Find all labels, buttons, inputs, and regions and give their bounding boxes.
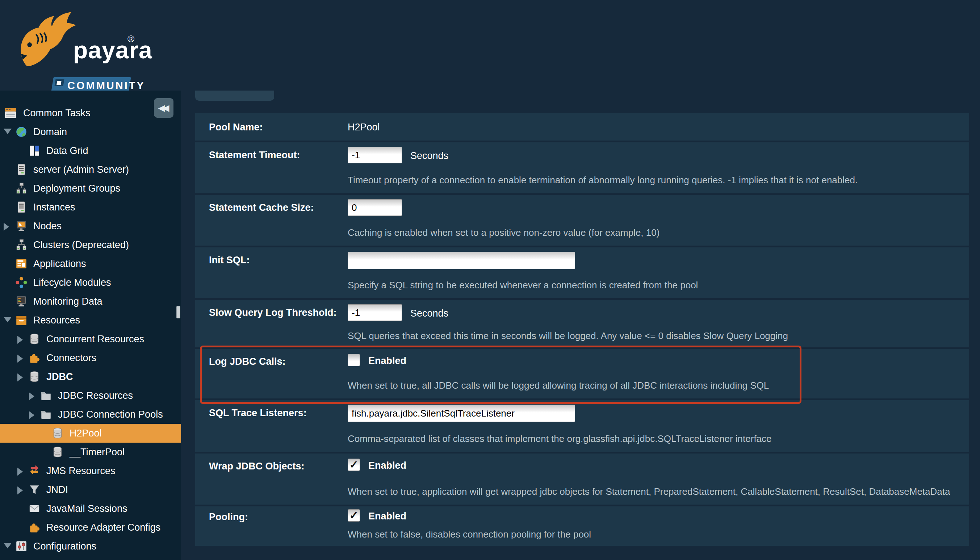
sidebar-item-server-admin-server[interactable]: server (Admin Server) [0,160,181,179]
tasks-icon [4,107,17,119]
sidebar-item-clusters-deprecated[interactable]: Clusters (Deprecated) [0,235,181,254]
expander-closed-icon[interactable] [17,336,23,344]
sidebar-item-concurrent-resources[interactable]: Concurrent Resources [0,330,181,348]
sidebar-item-data-grid[interactable]: Data Grid [0,141,181,160]
expander-closed-icon[interactable] [3,223,9,231]
field-label: Init SQL: [209,255,250,266]
sidebar-item-label: Instances [33,198,75,217]
sidebar-item-jdbc[interactable]: JDBC [0,367,181,386]
server-icon [15,201,28,213]
sidebar-item-resource-adapter-configs[interactable]: Resource Adapter Configs [0,518,181,537]
field-label: Pooling: [209,512,248,523]
field-row-statement-cache-size: Statement Cache Size: Caching is enabled… [195,195,969,246]
pooling-checkbox[interactable]: ✓ [348,509,360,522]
sidebar-item-instances[interactable]: Instances [0,198,181,217]
sidebar-item-configurations[interactable]: Configurations [0,537,181,556]
slow-query-log-threshold-input[interactable] [348,304,402,321]
brand-wordmark: payara [73,36,153,64]
field-row-sql-trace-listeners: SQL Trace Listeners: Comma-separated lis… [195,400,969,452]
expander-closed-icon[interactable] [29,392,34,400]
field-description: When set to true, application will get w… [348,486,950,497]
box-icon [15,314,28,327]
sidebar-item-timerpool[interactable]: __TimerPool [0,443,181,462]
sidebar-item-jdbc-resources[interactable]: JDBC Resources [0,386,181,405]
puzzle-icon [28,521,41,533]
database-icon [28,333,41,345]
enabled-label: Enabled [368,355,406,367]
grid-icon [28,145,41,157]
sidebar-item-lifecycle-modules[interactable]: Lifecycle Modules [0,273,181,292]
top-header-bar: payara ® COMMUNITY [0,0,980,90]
tree-icon [15,239,28,251]
sidebar-item-label: Concurrent Resources [47,330,144,348]
content-area: Pool Name: H2Pool Statement Timeout: Sec… [181,90,980,560]
field-label: Wrap JDBC Objects: [209,461,304,472]
app-window-icon [15,258,28,270]
field-row-log-jdbc-calls: Log JDBC Calls: Enabled When set to true… [195,349,969,398]
sidebar-item-applications[interactable]: Applications [0,254,181,273]
expander-closed-icon[interactable] [17,355,23,363]
wrap-jdbc-objects-checkbox[interactable]: ✓ [348,458,360,471]
expander-closed-icon[interactable] [17,373,23,382]
expander-open-icon[interactable] [3,543,12,548]
sidebar-item-h2pool[interactable]: H2Pool [0,424,181,443]
field-label: Statement Timeout: [209,150,300,161]
database-icon [52,427,64,439]
sidebar-item-label: JDBC Connection Pools [58,405,163,424]
seconds-suffix: Seconds [410,150,448,162]
sidebar-item-label: Clusters (Deprecated) [33,235,129,254]
sidebar-item-jdbc-connection-pools[interactable]: JDBC Connection Pools [0,405,181,424]
field-description: Specify a SQL string to be executed when… [348,280,698,291]
sidebar-item-label: Monitoring Data [33,292,103,311]
sidebar-item-label: Data Grid [47,141,88,160]
sidebar-item-nodes[interactable]: Nodes [0,217,181,235]
sidebar-item-deployment-groups[interactable]: Deployment Groups [0,179,181,198]
tab-stub[interactable] [195,90,274,101]
statement-timeout-input[interactable] [348,147,402,163]
sidebar-item-label: JDBC Resources [58,386,133,405]
sidebar-item-connectors[interactable]: Connectors [0,348,181,367]
field-row-init-sql: Init SQL: Specify a SQL string to be exe… [195,247,969,298]
database-icon [28,370,41,383]
expander-closed-icon[interactable] [29,411,34,419]
pool-name-value: H2Pool [348,122,380,133]
log-jdbc-calls-checkbox[interactable] [348,354,360,366]
sidebar-item-label: JDBC [47,367,73,386]
sql-trace-listeners-input[interactable] [348,405,575,422]
monitor-orange-icon [15,220,28,232]
enabled-label: Enabled [368,460,406,471]
expander-open-icon[interactable] [3,128,12,134]
enabled-label: Enabled [368,511,406,522]
expander-open-icon[interactable] [3,317,12,322]
expander-closed-icon[interactable] [17,487,23,495]
expander-closed-icon[interactable] [17,468,23,476]
field-description: When set to true, all JDBC calls will be… [348,380,769,391]
sidebar-item-javamail-sessions[interactable]: JavaMail Sessions [0,499,181,518]
sidebar-item-label: Deployment Groups [33,179,120,198]
sidebar-item-label: JNDI [47,480,68,499]
field-description: Timeout property of a connection to enab… [348,175,858,186]
sliders-icon [15,540,28,552]
navigation-sidebar: ◀◀ Common TasksDomainData Gridserver (Ad… [0,90,181,560]
init-sql-input[interactable] [348,252,575,269]
lifecycle-icon [15,277,28,289]
sidebar-item-monitoring-data[interactable]: Monitoring Data [0,292,181,311]
statement-cache-size-input[interactable] [348,199,402,216]
sidebar-item-jndi[interactable]: JNDI [0,480,181,499]
sidebar-item-jms-resources[interactable]: JMS Resources [0,462,181,480]
field-row-statement-timeout: Statement Timeout: Seconds Timeout prope… [195,142,969,193]
sidebar-item-common-tasks[interactable]: Common Tasks [0,103,181,122]
sidebar-item-domain[interactable]: Domain [0,122,181,141]
badge-notch-icon [54,79,64,86]
sidebar-item-resources[interactable]: Resources [0,311,181,330]
jms-arrows-icon [28,465,41,477]
sidebar-item-label: Applications [33,254,86,273]
seconds-suffix: Seconds [410,308,448,319]
folder-icon [40,389,52,402]
field-description: Comma-separated list of classes that imp… [348,433,772,445]
mail-icon [28,502,41,515]
field-description: Caching is enabled when set to a positiv… [348,227,659,238]
field-description: SQL queries that exceed this time in sec… [348,330,788,342]
puzzle-icon [28,352,41,364]
registered-trademark: ® [128,33,134,45]
